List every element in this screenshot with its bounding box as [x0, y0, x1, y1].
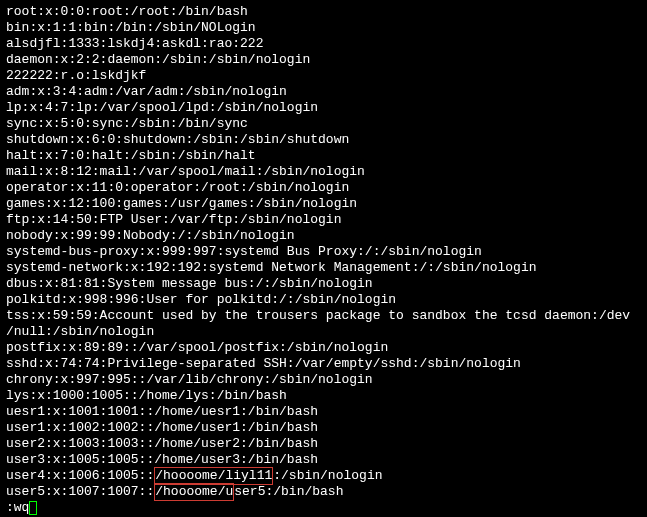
line-text: sync:x:5:0:sync:/sbin:/bin/sync — [6, 116, 248, 131]
line-text: polkitd:x:998:996:User for polkitd:/:/sb… — [6, 292, 396, 307]
line-text: /null:/sbin/nologin — [6, 324, 154, 339]
terminal-viewport[interactable]: root:x:0:0:root:/root:/bin/bashbin:x:1:1… — [0, 0, 647, 517]
cursor-icon — [29, 501, 37, 515]
file-line: user4:x:1006:1005::/hoooome/liyl11:/sbin… — [6, 468, 641, 484]
highlight-box: /hoooome/u — [154, 483, 234, 501]
line-text: operator:x:11:0:operator:/root:/sbin/nol… — [6, 180, 349, 195]
file-line: /null:/sbin/nologin — [6, 324, 641, 340]
line-text: lp:x:4:7:lp:/var/spool/lpd:/sbin/nologin — [6, 100, 318, 115]
file-line: 222222:r.o:lskdjkf — [6, 68, 641, 84]
line-text: ser5:/bin/bash — [234, 484, 343, 499]
file-line: systemd-bus-proxy:x:999:997:systemd Bus … — [6, 244, 641, 260]
file-line: sshd:x:74:74:Privilege-separated SSH:/va… — [6, 356, 641, 372]
file-line: user5:x:1007:1007::/hoooome/user5:/bin/b… — [6, 484, 641, 500]
line-text: shutdown:x:6:0:shutdown:/sbin:/sbin/shut… — [6, 132, 349, 147]
file-line: chrony:x:997:995::/var/lib/chrony:/sbin/… — [6, 372, 641, 388]
line-text: user4:x:1006:1005:: — [6, 468, 154, 483]
file-line: adm:x:3:4:adm:/var/adm:/sbin/nologin — [6, 84, 641, 100]
line-text: adm:x:3:4:adm:/var/adm:/sbin/nologin — [6, 84, 287, 99]
line-text: daemon:x:2:2:daemon:/sbin:/sbin/nologin — [6, 52, 310, 67]
file-line: mail:x:8:12:mail:/var/spool/mail:/sbin/n… — [6, 164, 641, 180]
line-text: tss:x:59:59:Account used by the trousers… — [6, 308, 630, 323]
line-text: user1:x:1002:1002::/home/user1:/bin/bash — [6, 420, 318, 435]
line-text: alsdjfl:1333:lskdj4:askdl:rao:222 — [6, 36, 263, 51]
line-text: lys:x:1000:1005::/home/lys:/bin/bash — [6, 388, 287, 403]
file-line: systemd-network:x:192:192:systemd Networ… — [6, 260, 641, 276]
file-line: alsdjfl:1333:lskdj4:askdl:rao:222 — [6, 36, 641, 52]
line-text: bin:x:1:1:bin:/bin:/sbin/NOLogin — [6, 20, 256, 35]
line-text: 222222:r.o:lskdjkf — [6, 68, 146, 83]
line-text: chrony:x:997:995::/var/lib/chrony:/sbin/… — [6, 372, 373, 387]
line-text: games:x:12:100:games:/usr/games:/sbin/no… — [6, 196, 357, 211]
line-text: user2:x:1003:1003::/home/user2:/bin/bash — [6, 436, 318, 451]
line-text: dbus:x:81:81:System message bus:/:/sbin/… — [6, 276, 373, 291]
file-line: nobody:x:99:99:Nobody:/:/sbin/nologin — [6, 228, 641, 244]
file-line: lys:x:1000:1005::/home/lys:/bin/bash — [6, 388, 641, 404]
line-text: user5:x:1007:1007:: — [6, 484, 154, 499]
line-text: :/sbin/nologin — [273, 468, 382, 483]
file-line: shutdown:x:6:0:shutdown:/sbin:/sbin/shut… — [6, 132, 641, 148]
line-text: halt:x:7:0:halt:/sbin:/sbin/halt — [6, 148, 256, 163]
file-line: lp:x:4:7:lp:/var/spool/lpd:/sbin/nologin — [6, 100, 641, 116]
file-line: operator:x:11:0:operator:/root:/sbin/nol… — [6, 180, 641, 196]
line-text: systemd-bus-proxy:x:999:997:systemd Bus … — [6, 244, 482, 259]
line-text: systemd-network:x:192:192:systemd Networ… — [6, 260, 537, 275]
line-text: root:x:0:0:root:/root:/bin/bash — [6, 4, 248, 19]
vim-command-line[interactable]: :wq — [6, 500, 641, 516]
line-text: user3:x:1005:1005::/home/user3:/bin/bash — [6, 452, 318, 467]
file-line: user1:x:1002:1002::/home/user1:/bin/bash — [6, 420, 641, 436]
file-line: user3:x:1005:1005::/home/user3:/bin/bash — [6, 452, 641, 468]
line-text: postfix:x:89:89::/var/spool/postfix:/sbi… — [6, 340, 388, 355]
file-line: polkitd:x:998:996:User for polkitd:/:/sb… — [6, 292, 641, 308]
file-line: bin:x:1:1:bin:/bin:/sbin/NOLogin — [6, 20, 641, 36]
file-line: root:x:0:0:root:/root:/bin/bash — [6, 4, 641, 20]
file-line: dbus:x:81:81:System message bus:/:/sbin/… — [6, 276, 641, 292]
file-line: postfix:x:89:89::/var/spool/postfix:/sbi… — [6, 340, 641, 356]
file-line: ftp:x:14:50:FTP User:/var/ftp:/sbin/nolo… — [6, 212, 641, 228]
line-text: ftp:x:14:50:FTP User:/var/ftp:/sbin/nolo… — [6, 212, 341, 227]
file-line: games:x:12:100:games:/usr/games:/sbin/no… — [6, 196, 641, 212]
line-text: nobody:x:99:99:Nobody:/:/sbin/nologin — [6, 228, 295, 243]
line-text: uesr1:x:1001:1001::/home/uesr1:/bin/bash — [6, 404, 318, 419]
file-line: uesr1:x:1001:1001::/home/uesr1:/bin/bash — [6, 404, 641, 420]
file-line: daemon:x:2:2:daemon:/sbin:/sbin/nologin — [6, 52, 641, 68]
file-line: halt:x:7:0:halt:/sbin:/sbin/halt — [6, 148, 641, 164]
line-text: sshd:x:74:74:Privilege-separated SSH:/va… — [6, 356, 521, 371]
file-line: user2:x:1003:1003::/home/user2:/bin/bash — [6, 436, 641, 452]
file-line: sync:x:5:0:sync:/sbin:/bin/sync — [6, 116, 641, 132]
file-line: tss:x:59:59:Account used by the trousers… — [6, 308, 641, 324]
command-text: :wq — [6, 500, 29, 515]
line-text: mail:x:8:12:mail:/var/spool/mail:/sbin/n… — [6, 164, 365, 179]
